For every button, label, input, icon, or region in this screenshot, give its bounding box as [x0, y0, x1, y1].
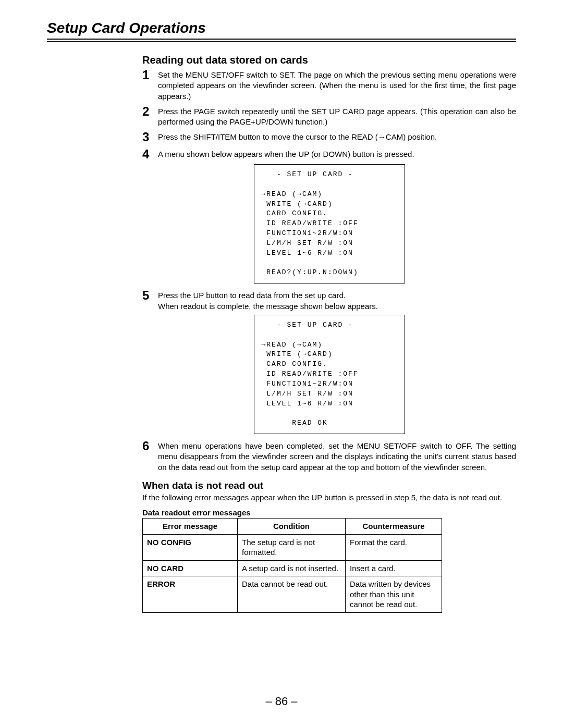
step-text: When menu operations have been completed… [158, 439, 516, 473]
step-number: 5 [142, 289, 158, 302]
cell-countermeasure: Format the card. [346, 534, 442, 560]
screen-footer: READ?(Y:UP.N:DOWN) [262, 268, 359, 276]
cell-error-message: NO CARD [143, 560, 238, 576]
screen-line: LEVEL 1~6 R/W :ON [262, 400, 353, 408]
menu-screen-2: - SET UP CARD - →READ (→CAM) WRITE (→CAR… [254, 315, 405, 434]
sub-heading: When data is not read out [142, 480, 516, 491]
table-row: ERROR Data cannot be read out. Data writ… [143, 576, 442, 613]
error-messages-table: Error message Condition Countermeasure N… [142, 518, 442, 613]
header-error-message: Error message [143, 519, 238, 535]
screen-line: →READ (→CAM) [262, 190, 323, 198]
cell-countermeasure: Data written by devices other than this … [346, 576, 442, 613]
cell-condition: Data cannot be read out. [238, 576, 346, 613]
step-number: 6 [142, 439, 158, 453]
horizontal-rule [47, 39, 516, 42]
step-2: 2 Press the PAGE switch repeatedly until… [142, 105, 516, 128]
chapter-title: Setup Card Operations [47, 20, 516, 36]
cell-error-message: ERROR [143, 576, 238, 613]
screen-line: WRITE (→CARD) [262, 200, 333, 208]
step-3: 3 Press the SHIFT/ITEM button to move th… [142, 130, 516, 144]
screen-line: L/M/H SET R/W :ON [262, 390, 353, 398]
step-number: 1 [142, 68, 158, 82]
screen-line: FUNCTION1~2R/W:ON [262, 380, 353, 388]
step-text: Set the MENU SET/OFF switch to SET. The … [158, 68, 516, 102]
cell-condition: The setup card is not formatted. [238, 534, 346, 560]
step-text: Press the SHIFT/ITEM button to move the … [158, 130, 516, 142]
screen-title: - SET UP CARD - [262, 170, 353, 178]
screen-line: CARD CONFIG. [262, 209, 328, 217]
screen-line: LEVEL 1~6 R/W :ON [262, 249, 353, 257]
step-text: Press the UP button to read data from th… [158, 289, 516, 312]
screen-line: L/M/H SET R/W :ON [262, 239, 353, 247]
screen-line: →READ (→CAM) [262, 341, 323, 349]
table-caption: Data readout error messages [142, 508, 516, 517]
table-row: NO CONFIG The setup card is not formatte… [143, 534, 442, 560]
sub-paragraph: If the following error messages appear w… [142, 492, 516, 503]
table-header-row: Error message Condition Countermeasure [143, 519, 442, 535]
screen-line: CARD CONFIG. [262, 360, 328, 368]
screen-title: - SET UP CARD - [262, 321, 353, 329]
step-4: 4 A menu shown below appears when the UP… [142, 147, 516, 161]
step-text: A menu shown below appears when the UP (… [158, 147, 516, 159]
manual-page: Setup Card Operations Reading out data s… [0, 0, 563, 728]
table-row: NO CARD A setup card is not inserted. In… [143, 560, 442, 576]
step-1: 1 Set the MENU SET/OFF switch to SET. Th… [142, 68, 516, 102]
cell-error-message: NO CONFIG [143, 534, 238, 560]
header-countermeasure: Countermeasure [346, 519, 442, 535]
screen-line: ID READ/WRITE :OFF [262, 370, 359, 378]
section-heading: Reading out data stored on cards [142, 54, 516, 66]
cell-countermeasure: Insert a card. [346, 560, 442, 576]
header-condition: Condition [238, 519, 346, 535]
content-column: Reading out data stored on cards 1 Set t… [142, 54, 516, 613]
step-5: 5 Press the UP button to read data from … [142, 289, 516, 312]
step-number: 2 [142, 105, 158, 118]
cell-condition: A setup card is not inserted. [238, 560, 346, 576]
page-number: – 86 – [0, 695, 563, 708]
screen-footer: READ OK [262, 419, 328, 427]
step-number: 3 [142, 130, 158, 144]
step-text: Press the PAGE switch repeatedly until t… [158, 105, 516, 128]
screen-line: ID READ/WRITE :OFF [262, 219, 359, 227]
step-number: 4 [142, 147, 158, 161]
step-6: 6 When menu operations have been complet… [142, 439, 516, 473]
menu-screen-1: - SET UP CARD - →READ (→CAM) WRITE (→CAR… [254, 164, 405, 283]
screen-line: WRITE (→CARD) [262, 350, 333, 358]
screen-line: FUNCTION1~2R/W:ON [262, 229, 353, 237]
